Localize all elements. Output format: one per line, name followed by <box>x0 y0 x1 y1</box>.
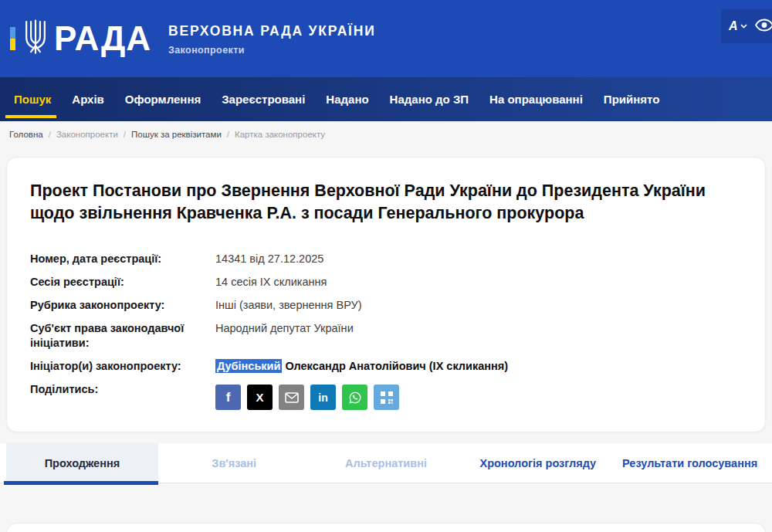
nav-item-na-opratsiuvanni[interactable]: На опрацюванні <box>489 93 583 106</box>
bill-details: Номер, дата реєстрації: 14341 від 27.12.… <box>30 252 742 410</box>
breadcrumb-separator: / <box>124 130 126 139</box>
eye-icon[interactable] <box>755 19 772 35</box>
nav-item-nadano-do-zp[interactable]: Надано до ЗП <box>390 93 469 106</box>
tab-alternatyvni: Альтернативні <box>310 443 462 483</box>
chevron-down-icon <box>740 24 747 29</box>
logo-wordmark[interactable]: РАДА <box>54 22 151 56</box>
bill-card: Проект Постанови про Звернення Верховної… <box>6 157 766 432</box>
facebook-icon: f <box>226 390 231 405</box>
nav-item-poshuk[interactable]: Пошук <box>14 93 51 106</box>
field-label-share: Поділитись: <box>30 382 209 397</box>
site-subtitle: Законопроекти <box>168 45 376 56</box>
nav-item-oformlennia[interactable]: Оформлення <box>125 93 201 106</box>
tab-zviazani: Зв'язані <box>158 443 310 483</box>
field-value-session: 14 сесія IX скликання <box>215 275 742 290</box>
breadcrumb-kartka: Картка законопроекту <box>235 130 325 139</box>
field-value-initiators[interactable]: Дубінський Олександр Анатолійович (IX ск… <box>215 359 742 374</box>
linkedin-share-button[interactable]: in <box>310 385 336 410</box>
tab-rezultaty-holosuvannia[interactable]: Результати голосування <box>614 443 766 483</box>
qr-code-icon <box>380 391 394 405</box>
ukraine-flag-stripe <box>10 27 15 50</box>
trident-logo-icon <box>22 19 49 58</box>
tab-khronolohiia-rozghliadu[interactable]: Хронологія розгляду <box>462 443 614 483</box>
x-twitter-icon: X <box>256 391 263 404</box>
field-label-session: Сесія реєстрації: <box>30 275 209 290</box>
field-label-initiators: Ініціатор(и) законопроекту: <box>30 359 209 374</box>
tab-prokhodzhennia[interactable]: Проходження <box>6 443 158 483</box>
field-value-initiative-subject: Народний депутат України <box>215 321 742 336</box>
nav-active-indicator <box>5 115 56 118</box>
status-card: Дати та стан проходження: Одержано проек… <box>6 523 766 532</box>
field-value-number-date: 14341 від 27.12.2025 <box>215 252 742 266</box>
qr-share-button[interactable] <box>374 385 399 410</box>
field-label-initiative-subject: Суб'єкт права законодавчої ініціативи: <box>30 321 209 351</box>
font-size-control[interactable]: A <box>729 19 747 33</box>
envelope-icon <box>285 392 299 403</box>
main-nav: Пошук Архів Оформлення Зареєстровані Над… <box>0 77 772 121</box>
x-twitter-share-button[interactable]: X <box>247 385 273 410</box>
breadcrumb-separator: / <box>49 130 51 139</box>
bill-tabs: Проходження Зв'язані Альтернативні Хроно… <box>0 443 772 483</box>
whatsapp-icon <box>347 390 363 405</box>
font-size-label: A <box>729 19 738 33</box>
initiator-highlighted-name[interactable]: Дубінський <box>215 359 282 373</box>
nav-item-pryiniato[interactable]: Прийнято <box>604 93 660 106</box>
initiator-rest: Олександр Анатолійович (IX скликання) <box>282 360 508 372</box>
bill-title: Проект Постанови про Звернення Верховної… <box>30 180 742 225</box>
field-label-number-date: Номер, дата реєстрації: <box>30 252 209 266</box>
facebook-share-button[interactable]: f <box>215 385 241 410</box>
share-buttons: f X in <box>215 385 742 410</box>
field-label-rubric: Рубрика законопроекту: <box>30 298 209 313</box>
breadcrumb-separator: / <box>227 130 229 139</box>
nav-item-arkhiv[interactable]: Архів <box>72 93 104 106</box>
breadcrumb-home[interactable]: Головна <box>9 130 43 139</box>
whatsapp-share-button[interactable] <box>342 385 367 410</box>
site-title: ВЕРХОВНА РАДА УКРАЇНИ <box>168 23 376 39</box>
email-share-button[interactable] <box>279 385 304 410</box>
site-header: РАДА ВЕРХОВНА РАДА УКРАЇНИ Законопроекти… <box>0 0 772 77</box>
accessibility-controls: A <box>721 9 772 43</box>
nav-item-nadano[interactable]: Надано <box>326 93 368 106</box>
nav-item-zareiestrovani[interactable]: Зареєстровані <box>222 93 305 106</box>
breadcrumb-poshuk-za-rekvizytamy[interactable]: Пошук за реквізитами <box>131 130 222 139</box>
breadcrumb: Головна / Законопроекти / Пошук за рекві… <box>0 121 772 147</box>
breadcrumb-zakonoproekty[interactable]: Законопроекти <box>56 130 118 139</box>
field-value-rubric: Інші (заяви, звернення ВРУ) <box>215 298 742 313</box>
linkedin-icon: in <box>318 391 327 404</box>
